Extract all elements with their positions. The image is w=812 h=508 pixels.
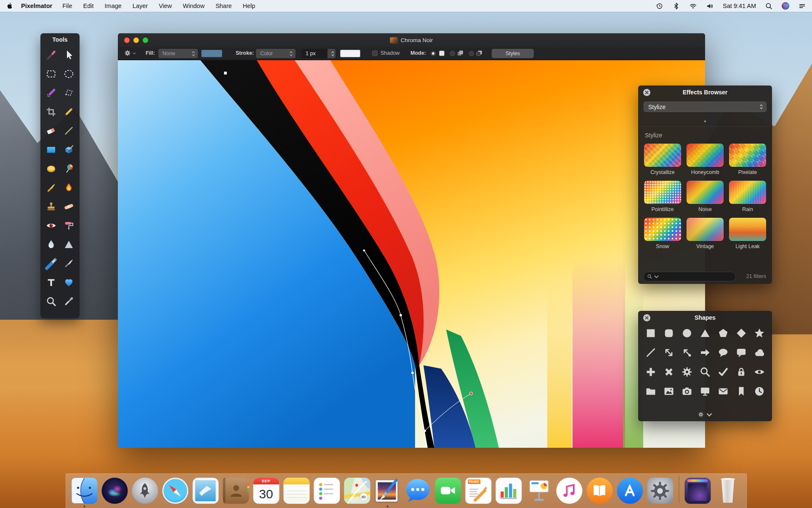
menu-item-edit[interactable]: Edit	[83, 3, 94, 9]
styles-button[interactable]: Styles	[492, 49, 534, 58]
magic-wand-tool[interactable]	[44, 86, 58, 100]
app-menu-pixelmator[interactable]: Pixelmator	[21, 3, 52, 9]
shape-camera[interactable]	[681, 385, 693, 398]
volume-icon[interactable]	[706, 2, 714, 10]
vintage-thumbnail[interactable]	[687, 218, 724, 241]
shape-envelope[interactable]	[717, 385, 729, 398]
filter-crystallize[interactable]: Crystallize	[644, 144, 682, 175]
bluetooth-icon[interactable]	[672, 2, 680, 10]
effects-category-dropdown[interactable]: Stylize	[644, 102, 767, 112]
dock-ibooks[interactable]	[586, 478, 612, 504]
shape-rounded-square[interactable]	[663, 327, 675, 340]
tool-options-menu[interactable]	[124, 49, 136, 57]
ellipse-marquee-tool[interactable]	[62, 67, 76, 81]
crop-tool[interactable]	[44, 105, 58, 119]
fill-color-swatch[interactable]	[201, 50, 222, 57]
dock-launchpad[interactable]	[132, 478, 158, 504]
shape-clock[interactable]	[753, 385, 766, 398]
menu-item-help[interactable]: Help	[243, 3, 256, 9]
menu-item-image[interactable]: Image	[105, 3, 122, 9]
slice-tool[interactable]	[62, 124, 76, 138]
dock-calendar[interactable]: SEP30	[253, 478, 279, 504]
filter-vintage[interactable]: Vintage	[686, 218, 724, 249]
zoom-tool[interactable]	[44, 294, 58, 309]
shape-arrow-right[interactable]	[699, 346, 711, 359]
siri-icon[interactable]	[782, 2, 789, 10]
shape-circle[interactable]	[681, 327, 693, 340]
crystallize-thumbnail[interactable]	[644, 144, 681, 167]
shape-picture[interactable]	[663, 385, 675, 398]
shape-arrow-diagonal[interactable]	[663, 346, 675, 359]
shape-magnifier[interactable]	[699, 366, 711, 378]
dock-notes[interactable]	[283, 478, 309, 504]
rect-marquee-tool[interactable]	[44, 67, 58, 81]
dock-maps[interactable]: 3D	[344, 478, 370, 504]
effects-browser-header[interactable]: Effects Browser	[638, 86, 772, 99]
type-tool[interactable]	[44, 275, 58, 290]
dock-keynote[interactable]	[526, 478, 552, 504]
sponge-tool[interactable]	[62, 162, 76, 176]
menu-item-layer[interactable]: Layer	[133, 3, 148, 9]
mode-union-radio[interactable]	[450, 51, 455, 56]
noise-thumbnail[interactable]	[687, 181, 724, 204]
minimize-window-button[interactable]	[133, 37, 139, 43]
menu-item-view[interactable]: View	[159, 3, 172, 9]
blur-tool[interactable]	[44, 238, 58, 252]
shape-monitor[interactable]	[699, 385, 711, 398]
shape-triangle[interactable]	[699, 327, 711, 340]
shape-checkmark[interactable]	[717, 366, 729, 378]
dock-appstore[interactable]	[617, 478, 643, 504]
shape-tool[interactable]	[62, 275, 76, 290]
dock-desktop-stack[interactable]	[684, 478, 711, 504]
shape-cloud[interactable]	[753, 346, 766, 359]
shapes-settings-menu[interactable]	[698, 411, 713, 418]
effects-search-input[interactable]	[643, 272, 736, 281]
dock-itunes[interactable]	[556, 478, 582, 504]
fill-tool[interactable]	[44, 162, 58, 176]
snow-thumbnail[interactable]	[644, 218, 681, 241]
shape-eye[interactable]	[753, 366, 766, 378]
shape-pentagon[interactable]	[717, 327, 729, 340]
menubar-clock[interactable]: Sat 9:41 AM	[723, 3, 756, 9]
pointillize-thumbnail[interactable]	[644, 181, 681, 204]
shape-square[interactable]	[644, 327, 657, 340]
dock-mail[interactable]	[192, 478, 218, 504]
close-window-button[interactable]	[124, 37, 130, 43]
light-leak-thumbnail[interactable]	[729, 218, 766, 241]
window-titlebar[interactable]: Chroma Noir	[118, 33, 705, 47]
dock-numbers[interactable]	[495, 478, 522, 504]
filter-pixelate[interactable]: Pixelate	[729, 144, 767, 175]
filter-snow[interactable]: Snow	[644, 218, 682, 249]
mode-normal-radio[interactable]	[431, 51, 436, 56]
shape-bookmark[interactable]	[735, 385, 748, 398]
eyedropper-tool[interactable]	[62, 294, 76, 309]
gradient-tool[interactable]	[44, 143, 58, 157]
shape-lock[interactable]	[735, 366, 748, 378]
menu-item-window[interactable]: Window	[183, 3, 205, 9]
filter-noise[interactable]: Noise	[686, 181, 724, 212]
honeycomb-thumbnail[interactable]	[687, 144, 724, 167]
time-machine-icon[interactable]	[655, 2, 663, 10]
notification-list-icon[interactable]	[798, 2, 806, 10]
shape-speech-bubble[interactable]	[717, 346, 729, 359]
shape-cross[interactable]	[663, 366, 675, 378]
brush-tool[interactable]	[44, 181, 58, 195]
shape-speech-bubble-square[interactable]	[735, 346, 748, 359]
filter-honeycomb[interactable]: Honeycomb	[686, 144, 724, 175]
canvas[interactable]	[118, 60, 705, 448]
shape-diamond[interactable]	[735, 327, 748, 340]
lasso-tool[interactable]	[62, 86, 76, 100]
dock-pages[interactable]: PAGES	[465, 478, 491, 504]
heal-tool[interactable]	[62, 200, 76, 214]
dock-trash[interactable]	[715, 478, 741, 504]
shapes-panel-header[interactable]: Shapes	[638, 311, 772, 324]
eraser-tool[interactable]	[44, 124, 58, 138]
scalpel-tool[interactable]	[62, 257, 76, 271]
paint-tool[interactable]	[62, 143, 76, 157]
dock-contacts[interactable]	[223, 478, 249, 504]
dock-finder[interactable]	[71, 478, 97, 504]
filter-pointillize[interactable]: Pointillize	[644, 181, 682, 212]
filter-rain[interactable]: Rain	[729, 181, 767, 212]
stroke-color-swatch[interactable]	[340, 50, 360, 57]
dock-siri[interactable]	[101, 478, 128, 504]
